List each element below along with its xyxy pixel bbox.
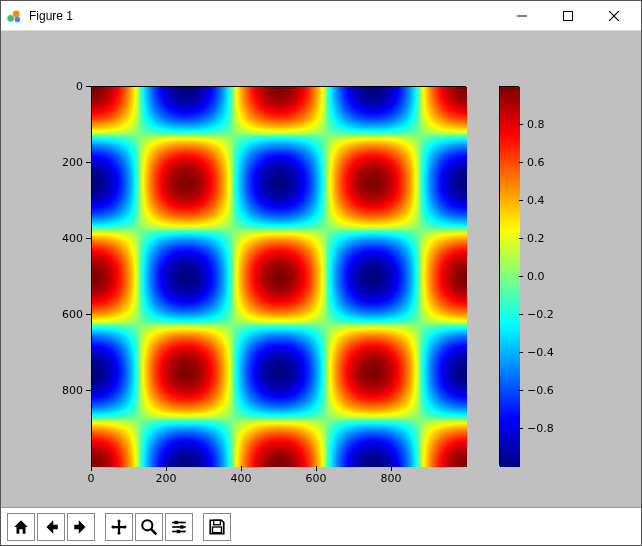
colorbar-tick-label: 0.6 bbox=[527, 156, 545, 169]
axes: 02004006008000200400600800−0.8−0.6−0.4−0… bbox=[1, 31, 641, 507]
minimize-button[interactable] bbox=[499, 1, 545, 31]
back-button[interactable] bbox=[37, 513, 65, 541]
colorbar-tick-label: −0.2 bbox=[527, 308, 554, 321]
svg-rect-14 bbox=[177, 529, 180, 532]
svg-rect-12 bbox=[180, 525, 183, 528]
svg-rect-16 bbox=[213, 527, 222, 533]
x-tick-label: 0 bbox=[88, 472, 95, 485]
y-tick-label: 0 bbox=[53, 80, 83, 93]
close-button[interactable] bbox=[591, 1, 637, 31]
colorbar-tick-label: 0.4 bbox=[527, 194, 545, 207]
x-tick-label: 600 bbox=[306, 472, 327, 485]
colorbar-canvas bbox=[500, 87, 520, 467]
colorbar bbox=[499, 86, 519, 466]
home-button[interactable] bbox=[7, 513, 35, 541]
toolbar bbox=[1, 507, 641, 545]
zoom-button[interactable] bbox=[135, 513, 163, 541]
svg-line-8 bbox=[151, 529, 156, 534]
window-title: Figure 1 bbox=[29, 9, 73, 23]
maximize-button[interactable] bbox=[545, 1, 591, 31]
colorbar-tick-label: −0.6 bbox=[527, 384, 554, 397]
x-tick-label: 800 bbox=[381, 472, 402, 485]
y-tick-label: 600 bbox=[53, 308, 83, 321]
svg-rect-10 bbox=[175, 520, 178, 523]
forward-button[interactable] bbox=[67, 513, 95, 541]
x-tick-label: 200 bbox=[156, 472, 177, 485]
y-tick-label: 200 bbox=[53, 156, 83, 169]
colorbar-tick-label: 0.2 bbox=[527, 232, 545, 245]
heatmap-canvas bbox=[92, 87, 467, 467]
svg-point-2 bbox=[15, 16, 21, 22]
subplots-button[interactable] bbox=[165, 513, 193, 541]
x-tick-label: 400 bbox=[231, 472, 252, 485]
svg-rect-4 bbox=[564, 11, 573, 20]
heatmap-plot[interactable] bbox=[91, 86, 466, 466]
colorbar-tick-label: 0.8 bbox=[527, 118, 545, 131]
save-button[interactable] bbox=[203, 513, 231, 541]
colorbar-tick-label: −0.8 bbox=[527, 422, 554, 435]
app-icon bbox=[5, 7, 23, 25]
svg-rect-15 bbox=[214, 520, 221, 525]
colorbar-tick-label: −0.4 bbox=[527, 346, 554, 359]
canvas-area: 02004006008000200400600800−0.8−0.6−0.4−0… bbox=[1, 31, 641, 507]
pan-button[interactable] bbox=[105, 513, 133, 541]
svg-point-7 bbox=[142, 520, 152, 530]
svg-point-0 bbox=[7, 14, 14, 21]
colorbar-tick-label: 0.0 bbox=[527, 270, 545, 283]
y-tick-label: 800 bbox=[53, 384, 83, 397]
y-tick-label: 400 bbox=[53, 232, 83, 245]
svg-point-1 bbox=[13, 10, 20, 17]
figure-window: Figure 1 02004006008000200400600800−0.8−… bbox=[0, 0, 642, 546]
titlebar: Figure 1 bbox=[1, 1, 641, 31]
